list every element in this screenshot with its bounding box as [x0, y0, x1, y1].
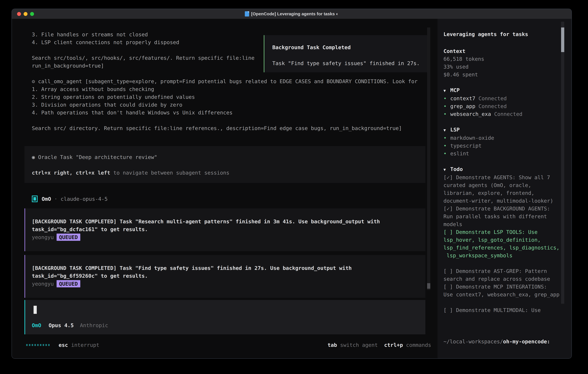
- task-message-meta: yeongyuQUEUED: [32, 280, 425, 288]
- notification-title: Background Task Completed: [272, 43, 425, 51]
- item-status: Connected: [475, 94, 507, 102]
- todo-item: [ ] Demonstrate MCP INTEGRATIONS:Use con…: [443, 283, 571, 299]
- context-section: Context 66,518 tokens 33% used $0.46 spe…: [443, 47, 571, 79]
- status-dot-icon: •: [443, 102, 450, 110]
- list-item: •context7 Connected: [443, 94, 571, 102]
- agent-name: OmO: [42, 196, 51, 202]
- todo-line: [✓] Demonstrate AGENTS: Show all 7: [443, 174, 571, 181]
- todo-line: [ ] Demonstrate AST-GREP: Pattern: [443, 267, 571, 275]
- todo-text: Demonstrate LSP TOOLS: Use: [453, 229, 537, 235]
- task-message-line1: [BACKGROUND TASK COMPLETED] Task "Resear…: [32, 218, 425, 226]
- transcript-text: call_omo_agent [subagent_type=explore, p…: [38, 78, 418, 84]
- background-task-message: [BACKGROUND TASK COMPLETED] Task "Find t…: [24, 255, 425, 298]
- todo-line: search and replace across codebase: [443, 275, 571, 283]
- collapse-triangle-icon[interactable]: ▼: [443, 126, 450, 134]
- transcript-text: run_in_background=true]: [32, 63, 104, 69]
- window-title: [OpenCode] Leveraging agents for tasks ◐: [251, 11, 339, 16]
- sidebar-scrollbar-thumb[interactable]: [561, 28, 564, 52]
- queued-badge: QUEUED: [57, 280, 80, 287]
- context-spent: $0.46 spent: [443, 71, 571, 79]
- item-name: grep_app: [450, 102, 475, 110]
- sidebar-scrollbar[interactable]: [561, 22, 564, 304]
- tab-key-label: switch agent: [337, 342, 378, 348]
- list-item: •markdown-oxide: [443, 134, 571, 142]
- list-item: •typescript: [443, 142, 571, 150]
- agent-model: claude-opus-4-5: [61, 196, 108, 202]
- input-modeline: OmO Opus 4.5 Anthropic: [32, 321, 108, 329]
- minimize-button[interactable]: [24, 12, 28, 16]
- oracle-task-label: ◉ Oracle Task "Deep architecture review": [32, 153, 425, 161]
- todo-line: librarian, explore, frontend,: [443, 189, 571, 197]
- todo-gap: [443, 260, 571, 267]
- close-button[interactable]: [17, 12, 21, 16]
- todo-line: Run parallel tasks with different: [443, 213, 571, 220]
- todo-checkbox-icon: [ ]: [443, 307, 453, 313]
- separator-dot: ·: [54, 196, 57, 202]
- todo-line: curated agents (OmO, oracle,: [443, 181, 571, 189]
- todo-line: [✓] Demonstrate BACKGROUND AGENTS:: [443, 205, 571, 213]
- traffic-lights: [17, 9, 34, 19]
- oracle-task-panel: ◉ Oracle Task "Deep architecture review"…: [24, 146, 425, 183]
- text-cursor: [33, 306, 37, 314]
- chat-transcript-area: 3. File handles or streams not closed4. …: [12, 19, 438, 358]
- status-dot-icon: •: [443, 94, 450, 102]
- transcript-text: 1. Array access without bounds checking: [32, 86, 154, 92]
- todo-checkbox-icon: [ ]: [443, 268, 453, 274]
- todo-checkbox-icon: [✓]: [443, 206, 453, 212]
- transcript-scrollbar[interactable]: [427, 28, 430, 290]
- status-dot-icon: •: [443, 150, 450, 157]
- task-message-line2: task_id="bg_6f59260c" to get results.: [32, 272, 425, 280]
- section-heading: ▼MCP: [443, 86, 571, 94]
- collapse-triangle-icon[interactable]: ▼: [443, 87, 450, 94]
- agent-session-header: OmO · claude-opus-4-5: [32, 195, 108, 203]
- transcript-line: 2. String operations on potentially unde…: [32, 93, 418, 101]
- todo-text: Demonstrate MCP INTEGRATIONS:: [453, 284, 547, 290]
- gear-icon: ⚙: [32, 78, 38, 84]
- todo-checkbox-icon: [✓]: [443, 174, 453, 180]
- item-status: Connected: [475, 102, 507, 110]
- todo-line: models: [443, 220, 571, 228]
- background-task-notification: Background Task Completed Task "Find typ…: [264, 35, 430, 72]
- prompt-input[interactable]: OmO Opus 4.5 Anthropic: [24, 300, 425, 334]
- todo-item: [ ] Demonstrate LSP TOOLS: Uselsp_hover,…: [443, 228, 571, 260]
- opencode-app-icon: [245, 11, 249, 17]
- task-message-meta: yeongyuQUEUED: [32, 233, 425, 241]
- session-sidebar: Leveraging agents for tasks Context 66,5…: [438, 19, 571, 358]
- transcript-line: Search src/ directory. Return specific f…: [32, 124, 418, 132]
- transcript-text: Search src/tools/, src/hooks/, src/featu…: [32, 55, 254, 61]
- workspace-path: ~/local-workspaces/oh-my-opencode: maste…: [443, 322, 571, 359]
- todo-line: [ ] Demonstrate MCP INTEGRATIONS:: [443, 283, 571, 291]
- list-item: •websearch_exa Connected: [443, 110, 571, 118]
- task-author: yeongyu: [32, 234, 54, 240]
- esc-key-hint: esc: [59, 342, 68, 348]
- status-dot-icon: •: [443, 142, 450, 150]
- transcript-line: 4. Path operations that don't handle Win…: [32, 109, 418, 116]
- context-used: 33% used: [443, 63, 571, 71]
- context-heading: Context: [443, 47, 571, 55]
- opencode-terminal-window: [OpenCode] Leveraging agents for tasks ◐…: [11, 9, 572, 359]
- transcript-line: ⚙ call_omo_agent [subagent_type=explore,…: [32, 78, 418, 85]
- notification-body: Task "Find type safety issues" finished …: [272, 59, 425, 67]
- todo-checkbox-icon: [ ]: [443, 229, 453, 235]
- transcript-text: 4. Path operations that don't handle Win…: [32, 110, 232, 115]
- status-dot-icon: •: [443, 110, 450, 118]
- item-name: typescript: [450, 142, 482, 150]
- todo-section: ▼Todo [✓] Demonstrate AGENTS: Show all 7…: [443, 165, 571, 314]
- session-title: Leveraging agents for tasks: [443, 30, 571, 38]
- modeline-agent: OmO: [32, 322, 41, 328]
- zoom-button[interactable]: [30, 12, 34, 16]
- sidebar-section-mcp: ▼MCP•context7 Connected•grep_app Connect…: [443, 86, 571, 118]
- ctrlp-key-label: commands: [403, 342, 431, 348]
- section-heading-label: LSP: [450, 127, 460, 133]
- queued-badge: QUEUED: [57, 234, 80, 241]
- transcript-text: 2. String operations on potentially unde…: [32, 94, 195, 100]
- transcript-scrollbar-thumb[interactable]: [427, 283, 430, 289]
- tab-key-hint: tab: [327, 342, 337, 348]
- section-heading-label: MCP: [450, 87, 460, 93]
- ctrlp-key-hint: ctrl+p: [384, 342, 403, 348]
- task-author: yeongyu: [32, 281, 54, 287]
- collapse-triangle-icon[interactable]: ▼: [443, 166, 450, 174]
- transcript-line: 3. Division operations that could divide…: [32, 101, 418, 109]
- list-item: •eslint: [443, 150, 571, 157]
- modeline-model: Opus 4.5: [49, 322, 74, 328]
